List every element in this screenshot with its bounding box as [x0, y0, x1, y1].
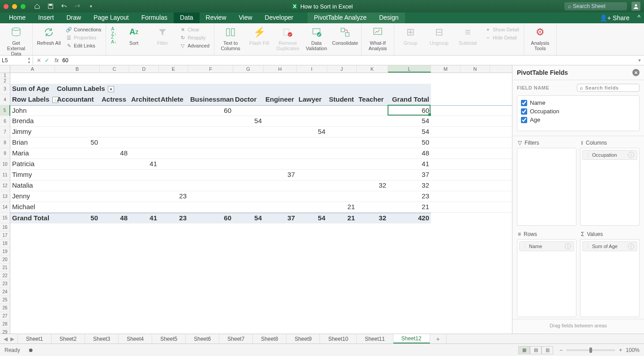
sheet-tab-sheet1[interactable]: Sheet1 [18, 334, 51, 343]
tab-developer[interactable]: Developer [259, 13, 300, 23]
cell[interactable]: 23 [159, 191, 188, 202]
cell[interactable]: 41 [129, 213, 159, 223]
cell[interactable]: Natalia [10, 180, 55, 191]
cell[interactable]: John [10, 106, 55, 116]
row-header-3[interactable]: 3 [0, 84, 10, 94]
cell[interactable]: Engineer [264, 94, 297, 105]
cell[interactable]: 48 [100, 213, 129, 223]
remove-duplicates-button[interactable]: Remove Duplicates [275, 25, 300, 51]
show-detail-button[interactable]: +Show Detail [484, 26, 520, 33]
cell[interactable]: 54 [233, 116, 264, 126]
tab-insert[interactable]: Insert [32, 13, 60, 23]
col-header-E[interactable]: E [159, 65, 188, 73]
cell[interactable]: 48 [388, 148, 431, 159]
columns-drop-area[interactable]: ⋮Occupationi [580, 148, 640, 226]
cell[interactable]: Student [327, 94, 357, 105]
close-pane-icon[interactable]: ✕ [632, 69, 640, 76]
values-drop-area[interactable]: ⋮Sum of Agei [580, 239, 640, 317]
tab-home[interactable]: Home [3, 13, 32, 23]
cell[interactable]: 37 [264, 170, 297, 180]
checkbox[interactable] [521, 117, 527, 123]
macro-icon[interactable]: ⏺ [28, 347, 34, 353]
page-layout-view-button[interactable]: ▤ [530, 346, 542, 354]
cell[interactable]: 41 [129, 159, 159, 169]
sheet-tab-sheet11[interactable]: Sheet11 [357, 334, 393, 343]
row-header-19[interactable]: 19 [0, 248, 10, 256]
cell[interactable]: 60 [188, 106, 233, 116]
col-header-F[interactable]: F [188, 65, 233, 73]
sheet-tab-sheet3[interactable]: Sheet3 [85, 334, 119, 343]
sheet-tab-sheet8[interactable]: Sheet8 [253, 334, 286, 343]
row-header-10[interactable]: 10 [0, 159, 10, 170]
redo-icon[interactable] [74, 3, 81, 10]
data-validation-button[interactable]: Data Validation [304, 25, 329, 51]
cell[interactable]: 420 [388, 213, 431, 223]
cell[interactable]: Timmy [10, 170, 55, 180]
ungroup-button[interactable]: ⊟ Ungroup [426, 25, 452, 46]
cell[interactable]: 37 [388, 170, 431, 180]
row-header-21[interactable]: 21 [0, 264, 10, 272]
flash-fill-button[interactable]: ⚡ Flash Fill [247, 25, 272, 46]
page-break-view-button[interactable]: ▥ [542, 346, 553, 354]
cell[interactable]: 54 [297, 213, 327, 223]
filters-drop-area[interactable] [517, 148, 576, 226]
cell[interactable]: 41 [388, 159, 431, 169]
normal-view-button[interactable]: ▦ [518, 346, 530, 354]
row-header-27[interactable]: 27 [0, 312, 10, 320]
row-header-12[interactable]: 12 [0, 180, 10, 191]
select-all-corner[interactable] [0, 65, 10, 73]
cell[interactable]: 23 [159, 213, 188, 223]
whatif-button[interactable]: What-If Analysis [365, 25, 390, 51]
cell[interactable]: Brian [10, 137, 55, 148]
save-icon[interactable] [47, 3, 54, 10]
row-field-pill[interactable]: ⋮Namei [519, 241, 574, 251]
tab-draw[interactable]: Draw [60, 13, 87, 23]
cell[interactable]: 60 [388, 106, 431, 116]
sheet-tab-sheet10[interactable]: Sheet10 [320, 334, 357, 343]
formula-input[interactable] [60, 57, 635, 64]
col-header-N[interactable]: N [461, 65, 490, 73]
col-header-C[interactable]: C [100, 65, 129, 73]
accept-formula-icon[interactable]: ✓ [45, 57, 49, 64]
text-to-columns-button[interactable]: Text to Columns [218, 25, 243, 51]
cell[interactable]: Jenny [10, 191, 55, 202]
zoom-slider[interactable] [566, 349, 615, 351]
sheet-tab-sheet5[interactable]: Sheet5 [152, 334, 186, 343]
cell[interactable]: 54 [388, 127, 431, 137]
undo-icon[interactable] [60, 3, 68, 10]
cell[interactable]: 54 [297, 127, 327, 137]
cell[interactable]: 48 [100, 148, 129, 159]
tab-design[interactable]: Design [373, 13, 405, 23]
row-header-25[interactable]: 25 [0, 296, 10, 304]
field-age[interactable]: Age [521, 116, 635, 124]
share-button[interactable]: 👤+ Share [595, 13, 634, 23]
sheet-tab-sheet4[interactable]: Sheet4 [119, 334, 152, 343]
col-header-M[interactable]: M [431, 65, 461, 73]
row-header-4[interactable]: 4 [0, 94, 10, 105]
name-box[interactable]: L5▲▼ [0, 56, 33, 64]
col-header-B[interactable]: B [55, 65, 100, 73]
value-field-pill[interactable]: ⋮Sum of Agei [582, 241, 637, 251]
cell[interactable]: Grand Total [10, 213, 55, 223]
subtotal-button[interactable]: ≡ Subtotal [455, 25, 480, 46]
col-header-H[interactable]: H [264, 65, 297, 73]
cell[interactable]: Brenda [10, 116, 55, 126]
row-header-17[interactable]: 17 [0, 232, 10, 240]
tab-review[interactable]: Review [200, 13, 233, 23]
row-header-29[interactable]: 29 [0, 328, 10, 334]
col-header-J[interactable]: J [327, 65, 357, 73]
analysis-tools-button[interactable]: ⚙ Analysis Tools [528, 25, 553, 51]
cell[interactable]: Actress [100, 94, 129, 105]
expand-formula-icon[interactable]: ▼ [635, 58, 644, 63]
sort-button[interactable]: AZ Sort [121, 25, 146, 46]
add-sheet-button[interactable]: + [430, 334, 447, 343]
row-header-23[interactable]: 23 [0, 280, 10, 288]
field-occupation[interactable]: Occupation [521, 107, 635, 116]
consolidate-button[interactable]: Consolidate [333, 25, 358, 46]
tab-page-layout[interactable]: Page Layout [87, 13, 135, 23]
cell[interactable]: Column Labels ▾ [55, 84, 136, 94]
properties-button[interactable]: ☰Properties [65, 34, 102, 41]
row-header-15[interactable]: 15 [0, 213, 10, 223]
hide-detail-button[interactable]: −Hide Detail [484, 34, 520, 41]
collapse-ribbon-icon[interactable]: ^ [634, 13, 644, 23]
